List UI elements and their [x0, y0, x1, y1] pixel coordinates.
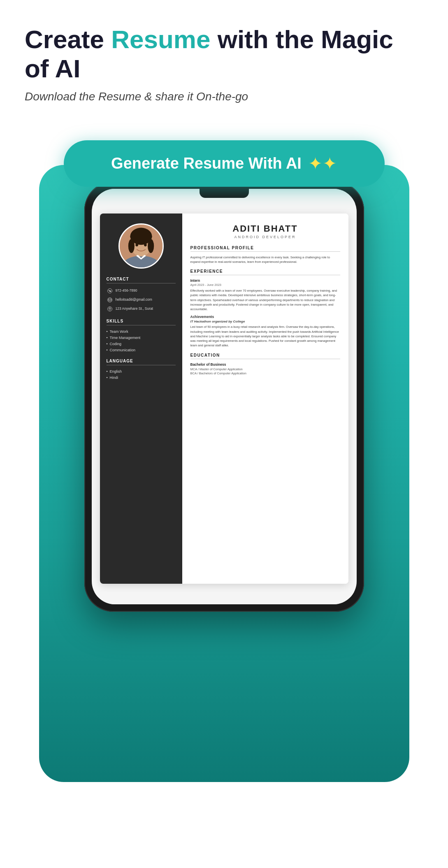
achievement-text: Led team of 50 employees in a busy retai…	[190, 325, 340, 348]
achievements-label: Achievements	[190, 315, 340, 319]
phone-icon	[107, 288, 113, 294]
svg-rect-8	[130, 233, 152, 240]
skill-item-1: Team Work	[107, 330, 176, 334]
contact-address: 123 Anywhare St., Surat	[107, 306, 176, 312]
resume-job-title: ANDROID DEVELOPER	[190, 235, 340, 239]
profile-heading: PROFESSIONAL PROFILE	[190, 246, 340, 252]
contact-section-title: CONTACT	[107, 277, 176, 283]
edu-program-1: MCA / Master of Computer Application	[190, 367, 340, 371]
lang-item-2: Hindi	[107, 376, 176, 380]
resume-main-content: ADITI BHATT ANDROID DEVELOPER PROFESSION…	[182, 214, 348, 584]
avatar	[118, 223, 164, 269]
svg-point-15	[109, 308, 110, 309]
experience-heading: EXPERIENCE	[190, 269, 340, 275]
phone-notch	[200, 189, 249, 198]
language-section-title: LANGUAGE	[107, 359, 176, 365]
resume-card: CONTACT 972-456-7890	[100, 214, 348, 584]
sparkle-icon: ✦✦	[308, 153, 337, 174]
location-icon	[107, 306, 113, 312]
email-address: helloitsaditi@gmail.com	[116, 297, 152, 302]
exp-description: Effectively worked with a team of over 7…	[190, 288, 340, 311]
education-heading: EDUCATION	[190, 353, 340, 359]
svg-point-7	[148, 239, 154, 253]
header-section: Create Resume with the Magic of AI Downl…	[0, 0, 448, 116]
skill-item-2: Time Management	[107, 336, 176, 340]
skill-item-3: Coding	[107, 342, 176, 346]
generate-button-label: Generate Resume With AI	[111, 155, 302, 172]
edu-program-2: BCA / Bachelors of Computer Application	[190, 371, 340, 375]
phone-outer-frame: CONTACT 972-456-7890	[84, 181, 364, 612]
contact-email: helloitsaditi@gmail.com	[107, 297, 176, 303]
skills-section-title: SKILLS	[107, 319, 176, 325]
resume-sidebar: CONTACT 972-456-7890	[100, 214, 182, 584]
svg-point-10	[144, 243, 147, 246]
phone-bottom-space	[92, 592, 357, 604]
profile-text: Aspiring IT professional committed to de…	[190, 255, 340, 265]
phone-status-bar	[92, 189, 357, 204]
phone-screen: CONTACT 972-456-7890	[92, 189, 357, 604]
page-title: Create Resume with the Magic of AI	[25, 25, 423, 84]
resume-name: ADITI BHATT	[190, 223, 340, 234]
exp-role: Intern	[190, 279, 340, 283]
email-icon	[107, 297, 113, 303]
skill-item-4: Communication	[107, 348, 176, 352]
svg-rect-13	[108, 299, 111, 301]
main-visual-section: Generate Resume With AI ✦✦	[0, 116, 448, 848]
address-text: 123 Anywhare St., Surat	[116, 306, 153, 311]
achievement-title: IT Hackathon organized by College	[190, 320, 340, 323]
svg-point-6	[128, 239, 134, 253]
phone-mockup: CONTACT 972-456-7890	[84, 181, 364, 612]
contact-phone: 972-456-7890	[107, 288, 176, 294]
page-subtitle: Download the Resume & share it On-the-go	[25, 90, 423, 103]
lang-item-1: English	[107, 369, 176, 374]
generate-resume-button[interactable]: Generate Resume With AI ✦✦	[64, 140, 385, 187]
phone-number: 972-456-7890	[116, 288, 137, 293]
edu-degree: Bachelor of Business	[190, 362, 340, 367]
svg-point-9	[135, 243, 138, 246]
exp-dates: April 2023 - June 2023	[190, 283, 340, 287]
generate-button-wrapper: Generate Resume With AI ✦✦	[64, 140, 385, 187]
